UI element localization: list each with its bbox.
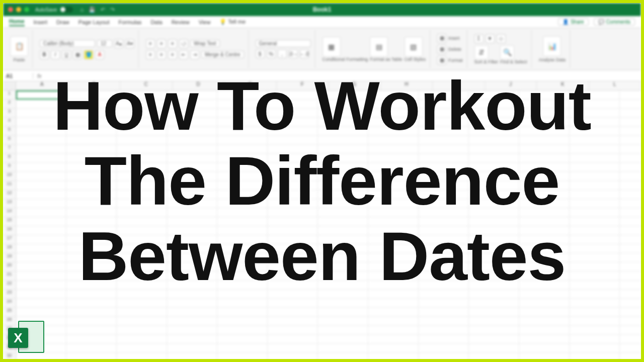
excel-logo-icon: X [8, 319, 44, 355]
title-overlay: How To Workout The Difference Between Da… [3, 3, 641, 359]
title-line-1: How To Workout [53, 68, 591, 143]
excel-x-badge: X [8, 328, 28, 348]
title-line-3: Between Dates [78, 219, 566, 294]
title-line-2: The Difference [85, 143, 560, 218]
thumbnail-frame: AutoSave ⌂ 💾 ↶ ↷ Book1 Home Insert Draw … [0, 0, 644, 362]
screenshot-inner: AutoSave ⌂ 💾 ↶ ↷ Book1 Home Insert Draw … [3, 3, 641, 359]
